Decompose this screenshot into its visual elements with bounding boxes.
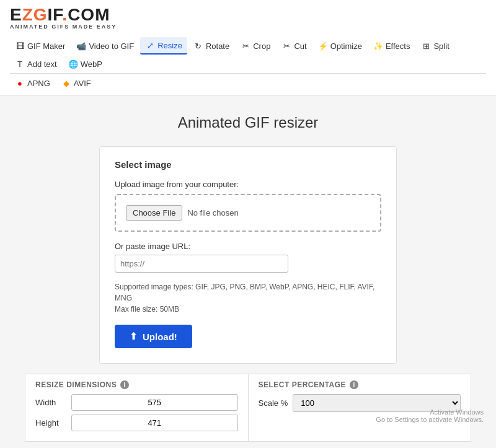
nav-item-resize[interactable]: ⤢ Resize <box>140 37 187 55</box>
nav-divider <box>10 73 486 74</box>
max-size: Max file size: 50MB <box>115 304 381 315</box>
supported-types: Supported image types: GIF, JPG, PNG, BM… <box>115 281 381 304</box>
nav-label-split: Split <box>433 42 449 51</box>
rotate-icon: ↻ <box>193 41 203 51</box>
header: EZGIF.COM ANIMATED GIFS MADE EASY 🎞 GIF … <box>0 0 496 95</box>
main-content: Animated GIF resizer Select image Upload… <box>0 95 496 442</box>
scale-box: Select percentage i Scale % 100 75 50 25 <box>248 374 472 442</box>
url-label: Or paste image URL: <box>115 242 381 251</box>
split-icon: ⊞ <box>421 41 431 51</box>
nav-label-webp: WebP <box>81 59 102 69</box>
logo-sub: ANIMATED GIFS MADE EASY <box>10 24 486 30</box>
width-row: Width <box>35 394 238 411</box>
video-to-gif-icon: 📹 <box>76 41 86 51</box>
height-label: Height <box>35 418 66 428</box>
apng-icon: ● <box>15 78 25 88</box>
nav-item-avif[interactable]: ◆ AVIF <box>56 75 96 91</box>
resize-dimensions-box: Resize dimensions i Width Height <box>25 374 248 442</box>
width-input[interactable] <box>71 394 238 411</box>
nav-item-optimize[interactable]: ⚡ Optimize <box>313 38 367 54</box>
choose-file-button[interactable]: Choose File <box>126 205 182 221</box>
nav-item-video-to-gif[interactable]: 📹 Video to GIF <box>71 38 139 54</box>
resize-dimensions-title: Resize dimensions <box>35 380 117 389</box>
no-file-text: No file chosen <box>187 208 238 217</box>
crop-icon: ✂ <box>241 41 250 51</box>
nav-row-1: 🎞 GIF Maker 📹 Video to GIF ⤢ Resize ↻ Ro… <box>10 37 486 72</box>
upload-icon: ⬆ <box>130 331 138 342</box>
nav-item-add-text[interactable]: T Add text <box>10 56 62 72</box>
nav-label-gif-maker: GIF Maker <box>27 42 65 51</box>
gif-maker-icon: 🎞 <box>15 41 25 51</box>
nav-label-crop: Crop <box>253 42 270 51</box>
nav-row-2: ● APNG ◆ AVIF <box>10 75 486 91</box>
upload-card: Select image Upload image from your comp… <box>99 146 397 364</box>
bottom-section: Resize dimensions i Width Height Select … <box>25 374 471 442</box>
nav-label-optimize: Optimize <box>330 42 362 51</box>
add-text-icon: T <box>15 59 25 69</box>
nav-label-cut: Cut <box>294 42 306 51</box>
nav-label-video-to-gif: Video to GIF <box>89 42 134 51</box>
nav-label-apng: APNG <box>27 79 50 88</box>
scale-row: Scale % 100 75 50 25 <box>259 394 461 412</box>
scale-title: Select percentage <box>259 380 347 389</box>
file-input-row: Choose File No file chosen <box>126 205 370 221</box>
resize-icon: ⤢ <box>145 40 155 50</box>
logo-main: EZGIF.COM <box>10 6 486 24</box>
resize-dimensions-header: Resize dimensions i <box>35 380 238 389</box>
scale-select[interactable]: 100 75 50 25 <box>293 394 461 412</box>
page-title: Animated GIF resizer <box>12 114 484 131</box>
upload-button[interactable]: ⬆ Upload! <box>115 325 192 348</box>
logo[interactable]: EZGIF.COM ANIMATED GIFS MADE EASY <box>10 6 486 30</box>
nav-label-rotate: Rotate <box>206 42 229 51</box>
nav-label-effects: Effects <box>386 42 410 51</box>
nav-label-add-text: Add text <box>27 59 57 69</box>
nav-item-rotate[interactable]: ↻ Rotate <box>188 38 234 54</box>
upload-area: Choose File No file chosen <box>115 194 381 232</box>
upload-btn-label: Upload! <box>143 332 177 342</box>
height-input[interactable] <box>71 415 238 431</box>
avif-icon: ◆ <box>61 78 71 88</box>
effects-icon: ✨ <box>373 41 383 51</box>
webp-icon: 🌐 <box>68 59 78 69</box>
resize-info-icon: i <box>120 380 129 389</box>
cut-icon: ✂ <box>281 41 291 51</box>
scale-header: Select percentage i <box>259 380 461 389</box>
nav-item-cut[interactable]: ✂ Cut <box>277 38 311 54</box>
height-row: Height <box>35 415 238 431</box>
nav-item-crop[interactable]: ✂ Crop <box>236 38 275 54</box>
nav-label-avif: AVIF <box>74 79 91 88</box>
scale-label: Scale % <box>259 398 288 408</box>
upload-label: Upload image from your computer: <box>115 180 381 189</box>
card-title: Select image <box>115 159 381 170</box>
supported-text: Supported image types: GIF, JPG, PNG, BM… <box>115 281 381 315</box>
scale-info-icon: i <box>350 380 358 389</box>
optimize-icon: ⚡ <box>318 41 328 51</box>
nav-label-resize: Resize <box>157 41 182 50</box>
nav-item-webp[interactable]: 🌐 WebP <box>63 56 107 72</box>
nav-item-effects[interactable]: ✨ Effects <box>368 38 415 54</box>
url-input[interactable] <box>115 255 288 273</box>
width-label: Width <box>35 398 66 407</box>
nav-item-apng[interactable]: ● APNG <box>10 75 55 91</box>
nav-item-split[interactable]: ⊞ Split <box>416 38 454 54</box>
nav-item-gif-maker[interactable]: 🎞 GIF Maker <box>10 38 70 54</box>
